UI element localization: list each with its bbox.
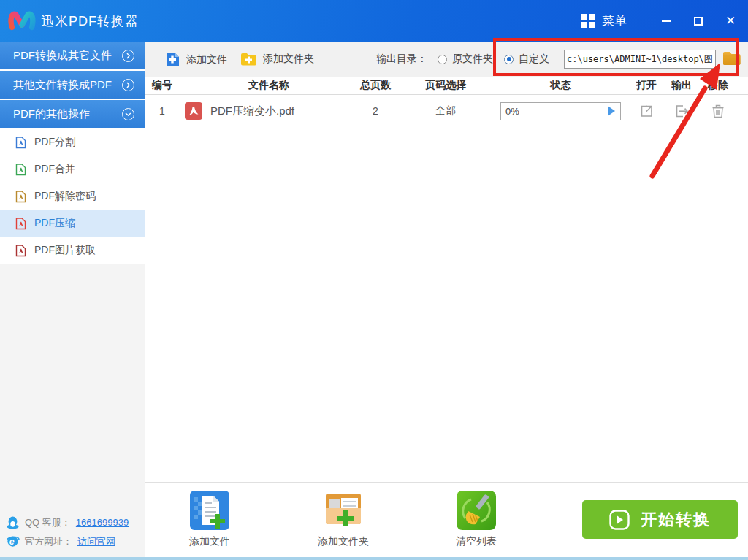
app-title: 迅米PDF转换器	[41, 12, 139, 30]
progress-bar: 0%	[500, 102, 621, 120]
close-button[interactable]: ✕	[725, 15, 736, 27]
app-logo-icon	[7, 8, 37, 34]
pdf-file-icon	[15, 137, 26, 149]
footer-add-file-icon	[190, 491, 229, 530]
sidebar-item-pdf-to-other[interactable]: PDF转换成其它文件	[0, 42, 145, 71]
sidebar-item-label: PDF的其他操作	[13, 107, 122, 121]
footer-add-folder-label: 添加文件夹	[318, 535, 369, 548]
table-row: 1 PDF压缩变小.pdf 2 全部 0%	[145, 95, 748, 127]
row-filename: PDF压缩变小.pdf	[210, 104, 294, 118]
add-folder-label: 添加文件夹	[263, 53, 314, 66]
footer-bar: 添加文件 添加文件夹	[145, 482, 748, 557]
radio-icon	[438, 55, 447, 64]
sidebar-subitem-label: PDF合并	[34, 163, 75, 176]
grid-menu-icon	[581, 14, 595, 28]
sidebar-item-pdf-extract-images[interactable]: PDF图片获取	[0, 237, 145, 264]
pdf-file-icon	[15, 164, 26, 176]
chevron-down-circle-icon	[122, 108, 134, 120]
radio-custom-folder[interactable]: 自定义	[504, 53, 549, 66]
export-icon	[673, 103, 690, 119]
pdf-red-icon	[185, 102, 202, 120]
add-file-label: 添加文件	[186, 53, 227, 66]
official-site-label: 官方网址：	[25, 535, 72, 548]
pdf-file-icon	[15, 218, 26, 230]
sidebar-subitem-label: PDF压缩	[34, 217, 75, 230]
row-filename-cell: PDF压缩变小.pdf	[179, 102, 353, 120]
output-dir-label: 输出目录：	[376, 53, 427, 66]
ie-browser-icon: e	[6, 534, 20, 548]
minimize-button[interactable]	[660, 15, 672, 27]
col-header-pages: 总页数	[353, 79, 398, 92]
add-file-button[interactable]: 添加文件	[165, 52, 227, 67]
pdf-file-icon	[15, 245, 26, 257]
sidebar: PDF转换成其它文件 其他文件转换成PDF PDF的其他操作	[0, 42, 145, 557]
row-page-select[interactable]: 全部	[398, 104, 493, 118]
qq-support-row: QQ 客服： 1661699939	[6, 515, 129, 529]
start-convert-button[interactable]: 开始转换	[582, 500, 738, 539]
footer-add-folder-button[interactable]: 添加文件夹	[299, 491, 387, 548]
sidebar-item-pdf-compress[interactable]: PDF压缩	[0, 210, 145, 237]
sidebar-item-label: PDF转换成其它文件	[13, 49, 122, 63]
radio-original-folder[interactable]: 原文件夹	[438, 53, 493, 66]
open-output-button[interactable]	[673, 103, 690, 119]
sidebar-item-pdf-split[interactable]: PDF分割	[0, 129, 145, 156]
progress-value: 0%	[501, 106, 608, 117]
open-file-button[interactable]	[638, 103, 654, 119]
sidebar-filler: QQ 客服： 1661699939 e 官方网址： 访问官网	[0, 264, 145, 557]
footer-clear-list-label: 清空列表	[456, 535, 497, 548]
title-bar: 迅米PDF转换器 菜单 ✕	[0, 0, 748, 42]
footer-add-file-button[interactable]: 添加文件	[166, 491, 253, 548]
add-file-icon	[165, 52, 180, 67]
row-status-cell: 0%	[493, 102, 628, 120]
output-path-input[interactable]	[564, 50, 716, 69]
sidebar-item-pdf-other-ops[interactable]: PDF的其他操作	[0, 100, 145, 129]
sidebar-item-label: 其他文件转换成PDF	[13, 78, 122, 92]
chevron-right-circle-icon	[122, 79, 134, 91]
table-header: 编号 文件名称 总页数 页码选择 状态 打开 输出 移除	[145, 77, 748, 95]
pdf-file-icon	[15, 191, 26, 203]
remove-file-button[interactable]	[711, 103, 725, 119]
file-list: 1 PDF压缩变小.pdf 2 全部 0%	[145, 95, 748, 482]
sidebar-subitem-label: PDF解除密码	[34, 190, 96, 203]
toolbar: 添加文件 添加文件夹 输出目录： 原文件夹 自定义	[145, 42, 748, 77]
col-header-number: 编号	[145, 79, 179, 92]
official-site-link[interactable]: 访问官网	[77, 535, 115, 548]
qq-number-link[interactable]: 1661699939	[76, 517, 129, 528]
sidebar-item-other-to-pdf[interactable]: 其他文件转换成PDF	[0, 71, 145, 100]
col-header-remove: 移除	[698, 79, 738, 92]
bottom-strip	[0, 557, 748, 560]
row-number: 1	[145, 105, 179, 117]
main-panel: 添加文件 添加文件夹 输出目录： 原文件夹 自定义	[145, 42, 748, 557]
col-header-page-select: 页码选择	[398, 79, 493, 92]
app-window: 迅米PDF转换器 菜单 ✕ PDF转换成其它文件 其他文件转换成PDF	[0, 0, 748, 560]
sidebar-subitem-label: PDF图片获取	[34, 244, 96, 257]
trash-icon	[711, 103, 725, 119]
open-external-icon	[638, 103, 654, 119]
sidebar-item-pdf-decrypt[interactable]: PDF解除密码	[0, 183, 145, 210]
maximize-button[interactable]	[692, 15, 704, 27]
radio-checked-icon	[504, 55, 514, 64]
row-start-icon[interactable]	[608, 106, 615, 116]
row-page-count: 2	[353, 105, 398, 117]
add-folder-icon	[240, 52, 257, 66]
browse-folder-button[interactable]	[721, 50, 743, 69]
col-header-status: 状态	[493, 79, 628, 92]
radio-original-label: 原文件夹	[452, 53, 493, 66]
menu-button[interactable]: 菜单	[581, 12, 627, 29]
col-header-open: 打开	[628, 79, 665, 92]
menu-label: 菜单	[602, 12, 627, 29]
sidebar-subitem-label: PDF分割	[34, 136, 75, 149]
browse-folder-icon	[722, 50, 742, 67]
col-header-output: 输出	[665, 79, 698, 92]
sidebar-item-pdf-merge[interactable]: PDF合并	[0, 156, 145, 183]
play-icon	[609, 510, 630, 530]
footer-clear-list-button[interactable]: 清空列表	[432, 491, 520, 548]
add-folder-button[interactable]: 添加文件夹	[240, 52, 314, 66]
start-convert-label: 开始转换	[641, 509, 711, 531]
radio-custom-label: 自定义	[519, 53, 549, 66]
official-site-row: e 官方网址： 访问官网	[6, 534, 129, 548]
qq-support-label: QQ 客服：	[25, 516, 71, 529]
col-header-filename: 文件名称	[179, 79, 353, 92]
footer-add-folder-icon	[324, 491, 363, 530]
chevron-right-circle-icon	[122, 50, 134, 62]
